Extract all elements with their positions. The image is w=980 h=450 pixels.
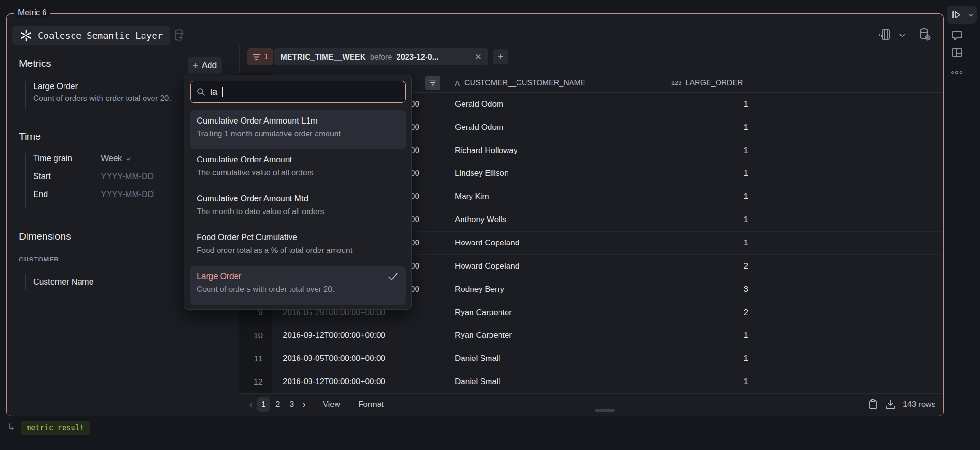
metric-list-item[interactable]: Large Order Count of orders with order t… (25, 81, 171, 109)
large-order-cell: 1 (642, 232, 758, 254)
filler-cell (758, 116, 943, 139)
large-order-cell: 1 (642, 93, 758, 116)
prev-page-button[interactable]: ‹ (247, 399, 254, 410)
view-queries-icon[interactable] (916, 27, 933, 43)
filler-cell (758, 347, 943, 370)
dimension-list-item[interactable]: Customer Name (25, 274, 93, 290)
page-button[interactable]: 1 (257, 397, 270, 412)
table-row[interactable]: 12 2016-09-12T00:00:00+00:00 Daniel Smal… (239, 370, 943, 393)
checkmark-icon (388, 272, 398, 281)
filter-lines-icon (253, 54, 261, 61)
number-type-icon: 123 (671, 80, 682, 86)
filler-cell (758, 139, 943, 162)
more-options-icon[interactable] (950, 65, 964, 80)
add-metric-button[interactable]: + Add (188, 57, 222, 74)
run-cell-icon[interactable] (947, 6, 965, 24)
filter-chip[interactable]: METRIC_TIME__WEEK before 2023-12-0... ✕ (274, 48, 488, 65)
time-grain-label: Time grain (33, 153, 101, 163)
next-page-button[interactable]: › (301, 399, 308, 410)
filler-cell (758, 370, 943, 393)
format-menu[interactable]: Format (355, 399, 387, 410)
remove-filter-icon[interactable]: ✕ (475, 52, 481, 62)
customer-name-cell: Lindsey Ellison (445, 162, 642, 185)
large-order-cell: 1 (642, 185, 758, 208)
dropdown-item[interactable]: Cumulative Order Amount The cumulative v… (190, 149, 406, 188)
filler-cell (758, 301, 943, 324)
dropdown-item-subtitle: Count of orders with order total over 20… (197, 283, 399, 296)
dropdown-item-subtitle: The cumulative value of all orders (197, 166, 399, 179)
add-filter-button[interactable]: + (493, 49, 508, 64)
cell-title: Metric 6 (14, 8, 50, 18)
dropdown-item-title: Cumulative Order Amount (197, 153, 399, 166)
row-number: 12 (239, 370, 272, 393)
dimensions-heading: Dimensions (19, 231, 71, 242)
compiled-sql-icon[interactable] (172, 27, 188, 43)
filler-cell (758, 324, 943, 347)
semantic-layer-source-pill[interactable]: Coalesce Semantic Layer (12, 26, 170, 45)
filter-value: 2023-12-0... (396, 53, 438, 62)
filler-header (758, 73, 943, 92)
dropdown-item[interactable]: Food Order Pct Cumulative Food order tot… (190, 227, 406, 266)
metric-name[interactable]: Large Order (33, 81, 171, 91)
time-grain-select[interactable]: Week (101, 153, 132, 163)
dropdown-item[interactable]: Large Order Count of orders with order t… (190, 266, 406, 305)
page-button[interactable]: 3 (286, 397, 298, 412)
column-header-large-order[interactable]: 123 LARGE_ORDER (642, 73, 758, 92)
date-cell: 2016-09-12T00:00:00+00:00 (272, 324, 445, 347)
date-value: 2016-09-05T00:00:00+00:00 (283, 354, 385, 363)
large-order-cell: 2 (642, 301, 758, 324)
table-row[interactable]: 10 2016-09-12T00:00:00+00:00 Ryan Carpen… (239, 324, 943, 347)
filter-operator: before (370, 53, 392, 62)
table-row[interactable]: 11 2016-09-05T00:00:00+00:00 Daniel Smal… (239, 347, 943, 370)
metrics-heading: Metrics (19, 58, 51, 69)
text-caret (222, 87, 223, 97)
filter-field: METRIC_TIME__WEEK (281, 53, 366, 62)
download-icon[interactable] (885, 399, 896, 410)
text-type-icon: A (455, 79, 460, 87)
row-count: 143 rows (903, 400, 935, 409)
customer-name-cell: Howard Copeland (445, 255, 642, 278)
display-table-icon[interactable] (878, 27, 892, 42)
large-order-cell: 2 (642, 255, 758, 278)
run-options-chevron-icon[interactable] (965, 6, 976, 24)
large-order-cell: 1 (642, 208, 758, 231)
end-date-input[interactable]: YYYY-MM-DD (101, 189, 154, 199)
copy-table-icon[interactable] (868, 399, 878, 410)
filter-count-badge[interactable]: 1 (247, 48, 273, 65)
display-table-chevron-icon[interactable] (898, 31, 906, 39)
start-date-input[interactable]: YYYY-MM-DD (101, 171, 154, 181)
customer-name-cell: Daniel Small (445, 370, 642, 393)
time-settings-group: Time grain Week Start YYYY-MM-DD End YYY… (25, 153, 154, 208)
customer-name-cell: Anthony Wells (445, 208, 642, 231)
dropdown-item-subtitle: Food order total as a % of total order a… (197, 244, 399, 257)
search-input[interactable]: la (190, 81, 406, 103)
date-value: 2016-09-12T00:00:00+00:00 (283, 377, 385, 387)
customer-name-cell: Gerald Odom (445, 93, 642, 116)
row-number: 11 (239, 347, 272, 370)
large-order-cell: 1 (642, 347, 758, 370)
dropdown-item[interactable]: Cumulative Order Ammount L1m Trailing 1 … (190, 110, 406, 149)
page-button[interactable]: 2 (272, 397, 284, 412)
result-variable-pill[interactable]: metric_result (21, 421, 90, 435)
large-order-cell: 1 (642, 116, 758, 139)
customer-name-cell: Ryan Carpenter (445, 301, 642, 324)
filler-cell (758, 208, 943, 231)
layout-icon[interactable] (950, 45, 964, 60)
column-header-customer-name[interactable]: A CUSTOMER__CUSTOMER_NAME (445, 73, 642, 92)
date-cell: 2016-09-05T00:00:00+00:00 (272, 347, 445, 370)
column-filter-active-icon[interactable] (425, 76, 440, 90)
notebook-cell-region: Metric 6 Coalesce Semantic Layer (0, 0, 980, 450)
metric-search-dropdown: la Cumulative Order Ammount L1m Trailing… (184, 75, 412, 310)
metric-description: Count of orders with order total over 20… (33, 94, 171, 103)
time-grain-value: Week (101, 153, 122, 163)
dropdown-item-title: Large Order (197, 270, 399, 283)
table-footer-bar: ‹ 123 › View Format 143 rows (239, 393, 943, 415)
add-button-label: Add (202, 61, 217, 71)
end-label: End (33, 189, 101, 199)
search-value: la (210, 87, 217, 97)
filler-cell (758, 232, 943, 254)
dropdown-item[interactable]: Cumulative Order Amount Mtd The month to… (190, 188, 406, 227)
comment-icon[interactable] (950, 28, 964, 43)
view-menu[interactable]: View (320, 399, 343, 410)
horizontal-scrollbar[interactable] (595, 409, 615, 412)
